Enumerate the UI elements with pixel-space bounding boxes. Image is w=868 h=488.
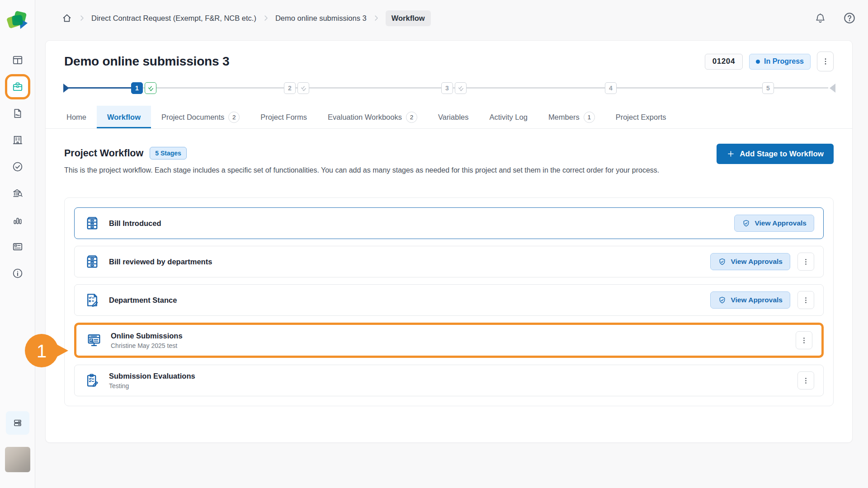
project-code-badge: 01204 <box>705 54 743 70</box>
view-approvals-button[interactable]: View Approvals <box>710 291 790 309</box>
tab-label: Project Forms <box>260 113 307 122</box>
app-logo[interactable] <box>7 11 28 31</box>
checklist-pencil-icon <box>84 292 101 308</box>
breadcrumb-item[interactable]: Demo online submissions 3 <box>275 14 367 23</box>
sidebar-item-reports[interactable] <box>8 210 28 230</box>
sidebar-item-audit[interactable] <box>8 183 28 203</box>
stage-actions <box>797 371 814 389</box>
stage-menu-button[interactable] <box>797 291 814 309</box>
tab-label: Project Documents <box>161 113 224 122</box>
kebab-icon <box>821 57 830 66</box>
sidebar-item-dashboard[interactable] <box>8 50 28 70</box>
stage-actions: View Approvals <box>734 215 814 232</box>
view-approvals-label: View Approvals <box>731 258 783 266</box>
tab-evaluation-workbooks[interactable]: Evaluation Workbooks2 <box>317 106 428 128</box>
server-icon <box>12 417 24 429</box>
monitor-browser-icon <box>85 332 103 348</box>
stage-actions <box>796 331 812 349</box>
shield-check-icon <box>742 219 750 228</box>
tab-members[interactable]: Members1 <box>538 106 605 128</box>
workflow-section-header: Project Workflow 5 Stages Add Stage to W… <box>64 147 834 160</box>
help-button[interactable] <box>843 11 856 25</box>
stepper-track-done <box>67 87 133 89</box>
stage-card-department-stance[interactable]: Department Stance View Approvals <box>74 284 824 316</box>
sidebar-bottom <box>0 411 35 488</box>
cabinet-icon <box>84 253 101 270</box>
stage-card-online-submissions[interactable]: Online SubmissionsChristine May 2025 tes… <box>74 323 824 358</box>
section-title: Project Workflow <box>64 148 143 159</box>
shield-check-icon <box>718 258 726 266</box>
breadcrumb-item[interactable]: Direct Contract Request (Exempt, F&R, NC… <box>91 14 256 23</box>
sidebar <box>0 0 35 488</box>
doc-sign-icon <box>12 108 24 119</box>
cabinet-icon <box>84 215 101 231</box>
plus-icon <box>726 150 735 158</box>
tab-count-badge: 2 <box>228 112 240 123</box>
card-list-icon <box>12 241 24 253</box>
stepper-stage-3-approvals-check[interactable] <box>455 82 467 94</box>
cabinet-icon <box>84 215 100 231</box>
kebab-icon <box>802 258 810 266</box>
plus-icon-slot <box>726 150 735 158</box>
tab-project-forms[interactable]: Project Forms <box>250 106 317 128</box>
stage-title: Submission Evaluations <box>109 372 195 380</box>
status-label: In Progress <box>764 57 804 66</box>
stage-menu-button[interactable] <box>796 331 812 349</box>
stage-actions: View Approvals <box>710 291 814 309</box>
project-menu-button[interactable] <box>817 52 834 71</box>
breadcrumb: Direct Contract Request (Exempt, F&R, NC… <box>61 10 431 26</box>
tab-label: Activity Log <box>490 113 528 122</box>
tab-count-badge: 1 <box>584 112 595 123</box>
sidebar-item-info[interactable] <box>8 263 28 283</box>
tab-project-documents[interactable]: Project Documents2 <box>151 106 250 128</box>
stepper-stage-2[interactable]: 2 <box>284 82 296 94</box>
stepper-stage-3[interactable]: 3 <box>441 82 453 94</box>
app-logo-icon <box>7 11 28 31</box>
title-row: Demo online submissions 3 01204 In Progr… <box>64 52 834 71</box>
notifications-button[interactable] <box>814 12 826 24</box>
stage-card-bill-introduced[interactable]: Bill Introduced View Approvals <box>74 207 824 239</box>
stage-card-bill-reviewed-by-departments[interactable]: Bill reviewed by departments View Approv… <box>74 246 824 277</box>
sidebar-item-environments[interactable] <box>6 411 29 435</box>
stage-text: Bill Introduced <box>109 219 161 228</box>
shield-check-icon <box>718 296 726 305</box>
stage-count-badge: 5 Stages <box>150 147 187 160</box>
avatar[interactable] <box>5 447 30 472</box>
stepper-stage-4[interactable]: 4 <box>605 82 617 94</box>
tabs: HomeWorkflowProject Documents2Project Fo… <box>56 106 834 128</box>
sidebar-item-documents[interactable] <box>8 103 28 123</box>
stepper-stage-1-approvals-check[interactable] <box>145 82 156 94</box>
tab-variables[interactable]: Variables <box>428 106 479 128</box>
chevron-right-icon <box>78 14 86 22</box>
sidebar-item-cards[interactable] <box>8 237 28 257</box>
tabs-divider <box>46 128 852 129</box>
stepper-stage-5[interactable]: 5 <box>762 82 774 94</box>
sidebar-item-approvals[interactable] <box>8 157 28 177</box>
stepper-stage-1[interactable]: 1 <box>131 82 143 94</box>
topbar: Direct Contract Request (Exempt, F&R, NC… <box>35 0 868 36</box>
home-button[interactable] <box>61 13 72 23</box>
check-circle-icon <box>12 161 24 173</box>
double-check-icon <box>147 84 155 92</box>
help-icon <box>843 11 856 25</box>
view-approvals-button[interactable]: View Approvals <box>734 215 814 232</box>
add-stage-button[interactable]: Add Stage to Workflow <box>717 144 834 164</box>
tab-home[interactable]: Home <box>56 106 97 128</box>
stage-menu-button[interactable] <box>797 253 814 271</box>
chevron-right-icon <box>262 14 270 22</box>
sidebar-item-organizations[interactable] <box>8 130 28 150</box>
bank-search-icon <box>12 188 24 199</box>
monitor-browser-icon <box>86 332 102 348</box>
status-badge: In Progress <box>749 54 811 70</box>
stage-card-submission-evaluations[interactable]: Submission EvaluationsTesting <box>74 365 824 396</box>
stage-menu-button[interactable] <box>797 371 814 389</box>
tab-project-exports[interactable]: Project Exports <box>605 106 677 128</box>
tab-label: Home <box>66 113 86 122</box>
tab-activity-log[interactable]: Activity Log <box>479 106 538 128</box>
sidebar-item-projects[interactable] <box>5 74 30 99</box>
stepper-stage-2-approvals-check[interactable] <box>297 82 309 94</box>
kebab-icon <box>800 336 808 345</box>
double-check-icon <box>300 84 307 92</box>
view-approvals-button[interactable]: View Approvals <box>710 253 790 270</box>
tab-workflow[interactable]: Workflow <box>97 106 151 128</box>
